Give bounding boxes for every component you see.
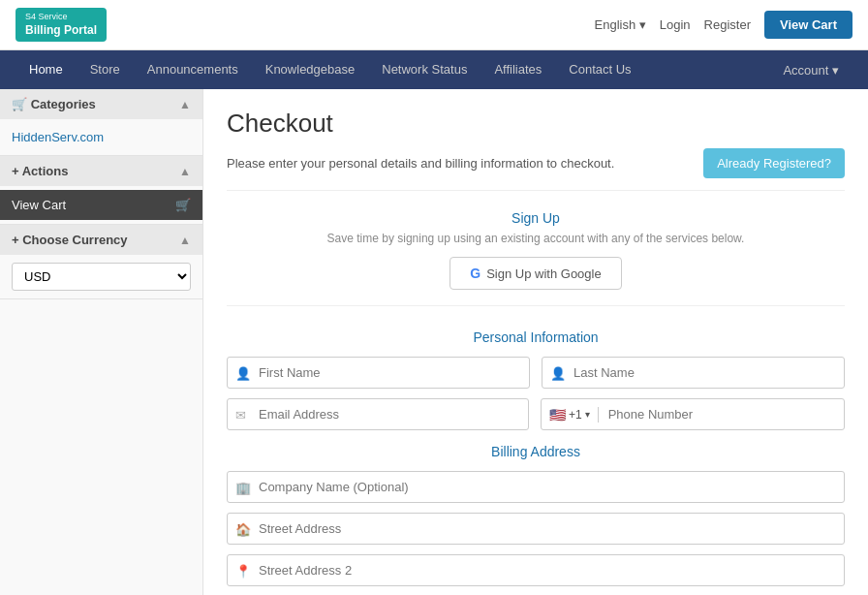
user-icon-last: 👤 [550, 365, 566, 380]
sidebar-currency-header: + Choose Currency ▲ [0, 225, 202, 255]
phone-input[interactable] [599, 399, 844, 429]
signup-section: Sign Up Save time by signing up using an… [227, 210, 845, 306]
nav-items: Home Store Announcements Knowledgebase N… [16, 50, 645, 89]
first-name-wrap: 👤 [227, 357, 530, 389]
nav-item-home[interactable]: Home [16, 50, 77, 89]
view-cart-label: View Cart [12, 198, 66, 212]
already-registered-button[interactable]: Already Registered? [703, 148, 845, 178]
street1-wrap: 🏠 [227, 513, 845, 545]
nav-item-announcements[interactable]: Announcements [134, 50, 252, 89]
plus-icon-currency: + Choose Currency [12, 233, 128, 247]
main-layout: 🛒 Categories ▲ HiddenServ.com + Actions … [0, 89, 868, 595]
chevron-up-icon: ▲ [179, 98, 191, 111]
company-row: 🏢 [227, 471, 845, 503]
sidebar-category-hiddenserv[interactable]: HiddenServ.com [12, 127, 191, 147]
phone-country-code: +1 [569, 408, 582, 422]
first-name-input[interactable] [227, 357, 530, 389]
sidebar-categories-body: HiddenServ.com [0, 119, 202, 155]
chevron-up-icon-currency: ▲ [179, 234, 191, 247]
google-btn-label: Sign Up with Google [486, 266, 602, 281]
header: S4 Service Billing Portal English ▾ Logi… [0, 0, 868, 50]
sidebar-categories-section: 🛒 Categories ▲ HiddenServ.com [0, 89, 202, 156]
sidebar-categories-header: 🛒 Categories ▲ [0, 89, 202, 119]
street2-wrap: 📍 [227, 554, 845, 586]
sidebar-actions-section: + Actions ▲ View Cart 🛒 [0, 156, 202, 225]
header-right: English ▾ Login Register View Cart [595, 11, 853, 39]
sidebar-currency-section: + Choose Currency ▲ USD EUR GBP CAD AUD [0, 225, 202, 299]
street1-input[interactable] [227, 513, 845, 545]
phone-chevron-icon: ▾ [585, 409, 590, 420]
nav-item-knowledgebase[interactable]: Knowledgebase [252, 50, 369, 89]
logo-line1: S4 Service [25, 12, 97, 23]
cart-icon-small: 🛒 [175, 198, 191, 212]
company-wrap: 🏢 [227, 471, 845, 503]
flag-icon: 🇺🇸 [549, 407, 566, 423]
billing-title: Billing Address [227, 440, 845, 459]
sidebar-view-cart-item[interactable]: View Cart 🛒 [0, 190, 202, 220]
language-selector[interactable]: English ▾ [595, 17, 646, 32]
email-icon: ✉ [235, 407, 246, 422]
street1-row: 🏠 [227, 513, 845, 545]
nav-item-network-status[interactable]: Network Status [368, 50, 480, 89]
company-input[interactable] [227, 471, 845, 503]
chevron-up-icon-actions: ▲ [179, 165, 191, 178]
billing-section: Billing Address 🏢 🏠 📍 [227, 440, 845, 595]
street2-input[interactable] [227, 554, 845, 586]
checkout-info-text: Please enter your personal details and b… [227, 156, 614, 171]
building-icon: 🏢 [235, 480, 251, 494]
last-name-input[interactable] [542, 357, 845, 389]
login-link[interactable]: Login [660, 17, 691, 32]
signup-title: Sign Up [227, 210, 845, 226]
plus-icon: + Actions [12, 164, 68, 178]
street2-row: 📍 [227, 554, 845, 586]
phone-prefix[interactable]: 🇺🇸 +1 ▾ [542, 407, 599, 423]
sidebar: 🛒 Categories ▲ HiddenServ.com + Actions … [0, 89, 203, 595]
email-wrap: ✉ [227, 398, 529, 430]
cart-icon: 🛒 Categories [12, 97, 96, 111]
google-signup-button[interactable]: G Sign Up with Google [450, 257, 621, 290]
nav-right: Account ▾ [769, 50, 852, 89]
checkout-info-row: Please enter your personal details and b… [227, 148, 845, 191]
nav-item-store[interactable]: Store [77, 50, 134, 89]
page-title: Checkout [227, 109, 845, 139]
contact-row: ✉ 🇺🇸 +1 ▾ [227, 398, 845, 430]
register-link[interactable]: Register [704, 17, 751, 32]
google-icon: G [470, 266, 480, 281]
account-menu-button[interactable]: Account ▾ [769, 50, 852, 89]
sidebar-currency-body: USD EUR GBP CAD AUD [0, 255, 202, 298]
nav-item-contact-us[interactable]: Contact Us [555, 50, 644, 89]
address-icon: 🏠 [235, 521, 251, 536]
main-content: Checkout Please enter your personal deta… [203, 89, 868, 595]
phone-wrap: 🇺🇸 +1 ▾ [541, 398, 845, 430]
logo-line2: Billing Portal [25, 23, 97, 39]
name-row: 👤 👤 [227, 357, 845, 389]
last-name-wrap: 👤 [542, 357, 845, 389]
navigation: Home Store Announcements Knowledgebase N… [0, 50, 868, 89]
map-pin-icon: 📍 [235, 563, 251, 578]
nav-item-affiliates[interactable]: Affiliates [480, 50, 555, 89]
personal-info-title: Personal Information [227, 326, 845, 345]
logo: S4 Service Billing Portal [16, 8, 107, 42]
personal-info-section: Personal Information 👤 👤 ✉ [227, 326, 845, 430]
currency-select[interactable]: USD EUR GBP CAD AUD [12, 263, 191, 291]
user-icon: 👤 [235, 365, 251, 380]
sidebar-actions-body: View Cart 🛒 [0, 190, 202, 220]
email-input[interactable] [227, 398, 529, 430]
view-cart-button[interactable]: View Cart [764, 11, 852, 39]
sidebar-actions-header: + Actions ▲ [0, 156, 202, 186]
signup-subtitle: Save time by signing up using an existin… [227, 232, 845, 245]
